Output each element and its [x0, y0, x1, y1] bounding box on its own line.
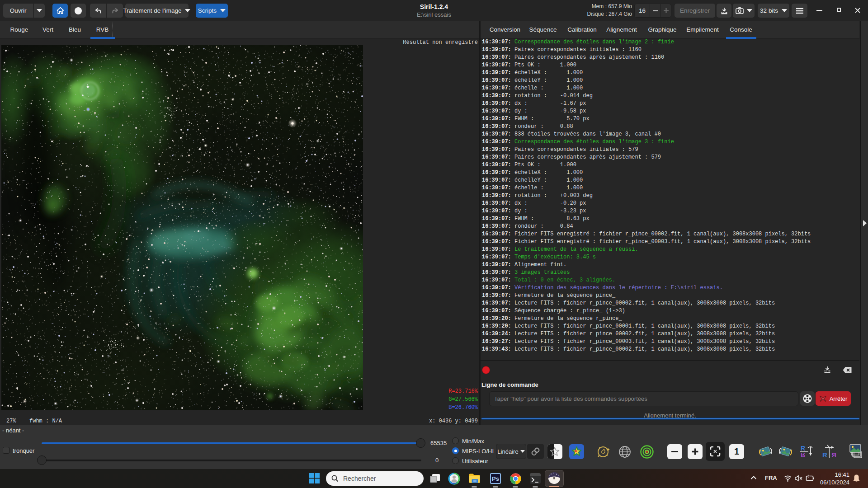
svg-text:R: R: [831, 451, 836, 459]
svg-text:R: R: [822, 451, 827, 459]
svg-text:R: R: [801, 451, 805, 459]
svg-text:R: R: [801, 445, 805, 452]
